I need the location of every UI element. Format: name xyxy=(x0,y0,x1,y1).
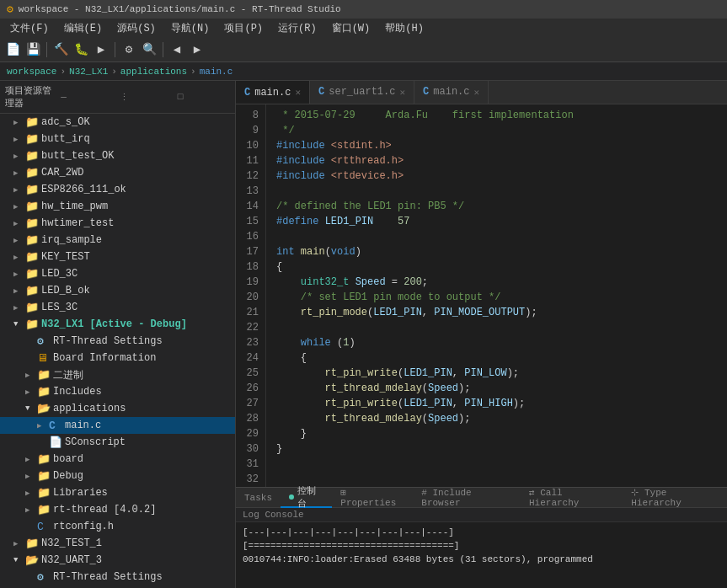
arrow-irq: ▶ xyxy=(13,236,25,245)
bread-workspace[interactable]: workspace xyxy=(7,67,56,77)
label-debug: Debug xyxy=(53,470,83,482)
tree-item-n32uart3[interactable]: ▼ 📂 N32_UART_3 xyxy=(0,552,235,569)
folder-icon-n32uart3: 📂 xyxy=(25,553,39,567)
menu-item-导航n[interactable]: 导航(N) xyxy=(164,19,216,37)
c-icon-rtconfig: C xyxy=(37,521,51,533)
search-btn[interactable]: 🔍 xyxy=(140,40,158,59)
tree-item-les3c[interactable]: ▶ 📁 LES_3C xyxy=(0,299,235,316)
tree-item-board[interactable]: ▶ 📁 board xyxy=(0,451,235,468)
arrow-debug: ▶ xyxy=(25,472,37,481)
tab-close-2[interactable]: ✕ xyxy=(399,87,405,98)
folder-icon-irq: 📁 xyxy=(25,233,39,247)
btab-console[interactable]: 控制台 xyxy=(281,488,332,508)
tree-item-board-info[interactable]: ▶ 🖥 Board Information xyxy=(0,350,235,366)
tree-item-keytest[interactable]: ▶ 📁 KEY_TEST xyxy=(0,249,235,265)
tree-item-hwtime[interactable]: ▶ 📁 hw_time_pwm xyxy=(0,198,235,215)
new-file-btn[interactable]: 📄 xyxy=(3,40,22,59)
tree-item-adc[interactable]: ▶ 📁 adc_s_OK xyxy=(0,114,235,131)
settings-icon: ⚙ xyxy=(37,334,51,348)
btab-include-label: # Include Browser xyxy=(421,488,512,508)
sidebar-collapse-btn[interactable]: — xyxy=(58,91,113,103)
back-btn[interactable]: ◀ xyxy=(168,40,186,59)
console-line-2: [=====================================] xyxy=(243,539,720,553)
arrow-keytest: ▶ xyxy=(13,253,25,262)
label-keytest: KEY_TEST xyxy=(41,251,90,263)
tree-item-led3c[interactable]: ▶ 📁 LED_3C xyxy=(0,265,235,282)
btab-tasks[interactable]: Tasks xyxy=(236,488,281,508)
tab-label-3: main.c xyxy=(433,86,469,98)
btab-properties-label: ⊞ Properties xyxy=(340,487,404,508)
tree-item-rtconfig[interactable]: C rtconfig.h xyxy=(0,518,235,535)
arrow-n32uart3: ▼ xyxy=(13,556,25,564)
btab-type-hierarchy[interactable]: ⊹ Type Hierarchy xyxy=(623,488,727,508)
tree-item-debug[interactable]: ▶ 📁 Debug xyxy=(0,468,235,484)
debug-btn[interactable]: 🐛 xyxy=(72,40,90,59)
tab-bar: C main.c ✕ C ser_uart1.c ✕ C main.c ✕ xyxy=(236,81,727,104)
tree-item-applications[interactable]: ▼ 📂 applications xyxy=(0,400,235,417)
tree-item-esp[interactable]: ▶ 📁 ESP8266_111_ok xyxy=(0,181,235,198)
menu-item-运行r[interactable]: 运行(R) xyxy=(271,19,323,37)
btab-properties[interactable]: ⊞ Properties xyxy=(332,488,413,508)
tab-close-1[interactable]: ✕ xyxy=(295,87,301,98)
tree-item-n32test1[interactable]: ▶ 📁 N32_TEST_1 xyxy=(0,535,235,552)
btab-call-hierarchy[interactable]: ⇄ Call Hierarchy xyxy=(521,488,623,508)
tree-item-rt-thread[interactable]: ▶ 📁 rt-thread [4.0.2] xyxy=(0,501,235,518)
tree-item-includes[interactable]: ▶ 📁 Includes xyxy=(0,383,235,400)
folder-icon-butt: 📁 xyxy=(25,132,39,146)
tree-item-irq[interactable]: ▶ 📁 irq_sample xyxy=(0,232,235,249)
arrow-includes: ▶ xyxy=(25,388,37,397)
tree-item-car[interactable]: ▶ 📁 CAR_2WD xyxy=(0,164,235,181)
tree-item-ledb[interactable]: ▶ 📁 LED_B_ok xyxy=(0,282,235,299)
arrow-butt: ▶ xyxy=(13,135,25,144)
app-icon: ⚙ xyxy=(7,3,13,16)
menu-item-项目p[interactable]: 项目(P) xyxy=(217,19,270,37)
tab-mainc-active[interactable]: C main.c ✕ xyxy=(236,81,310,104)
tree-item-butt-irq[interactable]: ▶ 📁 butt_irq xyxy=(0,131,235,147)
menu-item-源码s[interactable]: 源码(S) xyxy=(110,19,163,37)
menu-item-编辑e[interactable]: 编辑(E) xyxy=(57,19,110,37)
breadcrumb: workspace › N32_LX1 › applications › mai… xyxy=(0,62,727,81)
save-btn[interactable]: 💾 xyxy=(24,40,42,59)
label-rt-thread: rt-thread [4.0.2] xyxy=(53,504,156,516)
label-irq: irq_sample xyxy=(41,234,102,246)
tab-seruart[interactable]: C ser_uart1.c ✕ xyxy=(310,81,414,104)
tab-mainc2[interactable]: C main.c ✕ xyxy=(414,81,489,104)
btab-include-browser[interactable]: # Include Browser xyxy=(413,488,521,508)
board-icon: 🖥 xyxy=(37,352,51,365)
tree-item-rt-settings[interactable]: ▶ ⚙ RT-Thread Settings xyxy=(0,333,235,350)
bread-folder[interactable]: applications xyxy=(120,67,187,77)
tree-item-binary[interactable]: ▶ 📁 二进制 xyxy=(0,366,235,383)
tree-item-n32lx1[interactable]: ▼ 📁 N32_LX1 [Active - Debug] xyxy=(0,316,235,333)
menu-item-文件f[interactable]: 文件(F) xyxy=(3,19,56,37)
sidebar-menu-btn[interactable]: ⋮ xyxy=(117,91,172,104)
tree-item-hwtimer[interactable]: ▶ 📁 hwtimer_test xyxy=(0,215,235,232)
arrow-n32test1: ▶ xyxy=(13,539,25,548)
run-btn[interactable]: ▶ xyxy=(92,40,110,59)
build-btn[interactable]: 🔨 xyxy=(51,40,70,59)
arrow-mainc: ▶ xyxy=(37,421,49,430)
tab-close-3[interactable]: ✕ xyxy=(474,87,480,98)
arrow-binary: ▶ xyxy=(25,371,37,380)
fwd-btn[interactable]: ▶ xyxy=(188,40,206,59)
code-editor[interactable]: 89101112 1314151617 1819202122 232425262… xyxy=(236,104,727,487)
tree-item-butt-test[interactable]: ▶ 📁 butt_test_OK xyxy=(0,147,235,164)
console-output[interactable]: [---|---|---|---|---|---|---|---|----] [… xyxy=(236,522,727,588)
bread-project[interactable]: N32_LX1 xyxy=(69,67,108,77)
arrow-led3c: ▶ xyxy=(13,270,25,279)
tree-item-libraries[interactable]: ▶ 📁 Libraries xyxy=(0,484,235,501)
label-les3c: LES_3C xyxy=(41,302,78,313)
settings-btn[interactable]: ⚙ xyxy=(120,40,138,59)
code-content[interactable]: * 2015-07-29 Arda.Fu first implementatio… xyxy=(266,104,727,487)
tree-item-rt-settings2[interactable]: ⚙ RT-Thread Settings xyxy=(0,569,235,585)
folder-icon-keytest: 📁 xyxy=(25,250,39,264)
folder-icon-esp: 📁 xyxy=(25,183,39,196)
menu-item-窗口w[interactable]: 窗口(W) xyxy=(325,19,377,37)
arrow-les3c: ▶ xyxy=(13,303,25,313)
sidebar-min-btn[interactable]: □ xyxy=(175,91,230,103)
folder-icon-les3c: 📁 xyxy=(25,301,39,314)
tree-item-mainc[interactable]: ▶ C main.c xyxy=(0,417,235,434)
tree-item-sconscript[interactable]: 📄 SConscript xyxy=(0,434,235,451)
folder-icon-hwtime: 📁 xyxy=(25,200,39,213)
label-hwtimer: hwtimer_test xyxy=(41,217,114,229)
menu-item-帮助h[interactable]: 帮助(H) xyxy=(378,19,430,37)
